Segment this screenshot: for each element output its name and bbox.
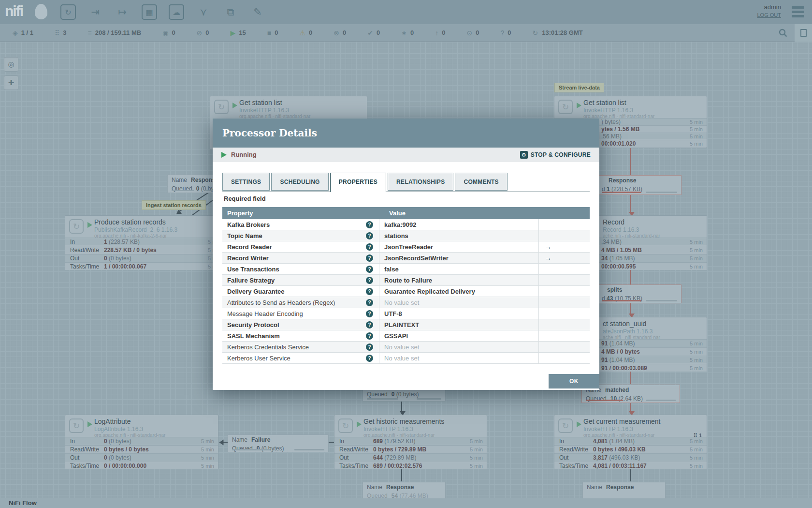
property-row: SASL Mechanism?GSSAPI <box>222 330 590 342</box>
property-value-cell[interactable]: PLAINTEXT <box>379 319 539 330</box>
processor-icon[interactable]: ↻ <box>60 4 76 20</box>
property-value-cell[interactable]: stations <box>379 230 539 241</box>
transmitting-count: ◉0 <box>162 29 175 37</box>
help-icon[interactable]: ? <box>366 332 373 340</box>
property-goto-cell <box>539 342 580 352</box>
connection-label-failure[interactable]: NameFailureQueued0 (0 bytes) <box>228 434 329 452</box>
property-value-cell[interactable]: kafka:9092 <box>379 219 539 230</box>
canvas-label-ingest-station-records[interactable]: Ingest station records <box>142 200 206 210</box>
flow-settings-button[interactable] <box>795 24 812 42</box>
property-value-cell[interactable]: Route to Failure <box>379 275 539 285</box>
processor-icon: ↻ <box>558 100 573 114</box>
dialog-title: Processor Details <box>213 119 599 148</box>
connection-queued-row: Queued10 (2.64 KB) <box>582 394 680 403</box>
document-icon <box>800 29 807 37</box>
flow-status-bar: ◈1 / 1⠿3≡208 / 159.11 MB◉0⊘0▶15■0⚠0⊗0✔0∗… <box>0 24 812 42</box>
search-button[interactable] <box>774 24 792 42</box>
connection-line <box>630 469 631 481</box>
breadcrumb[interactable]: NiFi Flow <box>9 498 37 508</box>
queue-count-bar <box>646 300 677 301</box>
property-goto-cell[interactable]: → <box>539 241 580 252</box>
label-icon[interactable]: ✎ <box>250 4 265 20</box>
sync-failure-count: ?0 <box>500 29 511 37</box>
processor-get-historic-measurements[interactable]: ↻Get historic measurementsInvokeHTTP 1.1… <box>334 415 487 469</box>
help-icon[interactable]: ? <box>366 266 373 273</box>
property-name-cell: Security Protocol? <box>222 319 379 330</box>
connection-arrowhead <box>219 440 224 446</box>
output-port-icon[interactable]: ↦ <box>115 4 130 20</box>
run-indicator-icon <box>357 421 362 427</box>
processor-details-dialog: Processor Details Running ⚙ STOP & CONFI… <box>213 119 599 390</box>
component-toolbar: ↻⇥↦▦☁⋎⧉✎ <box>60 4 265 20</box>
property-value-cell[interactable]: UTF-8 <box>379 308 539 319</box>
help-icon[interactable]: ? <box>366 277 373 284</box>
property-row: Attributes to Send as Headers (Regex)?No… <box>222 297 590 308</box>
birdseye-button[interactable]: ◎ <box>4 57 18 72</box>
locally-modified-count: ∗0 <box>401 29 414 37</box>
help-icon[interactable]: ? <box>366 310 373 317</box>
global-menu-icon[interactable] <box>792 6 804 19</box>
processor-produce-station-records[interactable]: ↻Produce station recordsPublishKafkaReco… <box>65 215 225 270</box>
tab-relationships[interactable]: RELATIONSHIPS <box>388 173 453 191</box>
processor-get-current-measurement[interactable]: ↻Get current measurementInvokeHTTP 1.16.… <box>554 415 707 469</box>
help-icon[interactable]: ? <box>366 254 373 262</box>
dialog-header: Processor Details <box>213 119 599 148</box>
property-value-cell[interactable]: false <box>379 264 539 274</box>
tab-scheduling[interactable]: SCHEDULING <box>271 173 328 191</box>
invalid-count: ⚠0 <box>300 29 313 37</box>
input-port-icon[interactable]: ⇥ <box>87 4 103 20</box>
property-goto-cell <box>539 286 580 297</box>
queue-size-bar <box>367 398 398 400</box>
help-icon[interactable]: ? <box>366 321 373 329</box>
property-goto-cell <box>539 353 580 363</box>
help-icon[interactable]: ? <box>366 355 373 362</box>
processor-stat-row: Out3,817 (496.03 KB)5 min <box>554 453 707 461</box>
running-status-icon <box>221 152 227 158</box>
help-icon[interactable]: ? <box>366 232 373 239</box>
help-icon[interactable]: ? <box>366 243 373 251</box>
processor-name: ct station_uuid <box>603 320 646 328</box>
processor-icon: ↻ <box>214 100 229 114</box>
processor-log-attribute[interactable]: ↻LogAttributeLogAttribute 1.16.3org.apac… <box>65 415 218 469</box>
running-count: ▶15 <box>231 29 246 37</box>
processor-name: Get current measurement <box>583 418 661 425</box>
help-icon[interactable]: ? <box>366 221 373 228</box>
property-value-cell[interactable]: GSSAPI <box>379 330 539 341</box>
help-icon[interactable]: ? <box>366 344 373 351</box>
locally-modified-stale-count: ⊙0 <box>466 29 479 37</box>
processor-stat-row: In0 (0 bytes)5 min <box>65 437 218 445</box>
processor-stat-row: Tasks/Time1 / 00:00:00.0675 min <box>65 262 225 270</box>
pan-button[interactable]: ✚ <box>4 75 18 90</box>
ok-button[interactable]: OK <box>549 374 599 388</box>
property-value-cell[interactable]: JsonTreeReader <box>379 241 539 252</box>
property-row: Use Transactions?false <box>222 264 590 275</box>
property-value-cell[interactable]: No value set <box>379 342 539 352</box>
help-icon[interactable]: ? <box>366 288 373 295</box>
property-name-cell: Record Reader? <box>222 241 379 252</box>
refresh-status[interactable]: ↻ 13:01:28 GMT <box>532 29 582 37</box>
canvas-label-stream-live-data[interactable]: Stream live-data <box>554 83 604 92</box>
tab-properties[interactable]: PROPERTIES <box>330 173 386 192</box>
property-value-cell[interactable]: No value set <box>379 353 539 363</box>
property-goto-cell[interactable]: → <box>539 253 580 263</box>
property-name-cell: Message Header Encoding? <box>222 308 379 319</box>
processor-stat-row: Read/Write0 bytes / 496.03 KB5 min <box>554 445 707 453</box>
tab-settings[interactable]: SETTINGS <box>222 173 270 191</box>
process-group-icon[interactable]: ▦ <box>142 4 157 20</box>
property-value-cell[interactable]: No value set <box>379 297 539 308</box>
connection-name-row: NameResponse <box>583 483 665 492</box>
property-name-cell: Kafka Brokers? <box>222 219 379 230</box>
property-goto-cell <box>539 297 580 308</box>
property-value-cell[interactable]: Guarantee Replicated Delivery <box>379 286 539 297</box>
funnel-icon[interactable]: ⋎ <box>196 4 211 20</box>
stop-and-configure-button[interactable]: ⚙ STOP & CONFIGURE <box>520 148 591 162</box>
template-icon[interactable]: ⧉ <box>223 4 238 20</box>
remote-process-group-icon[interactable]: ☁ <box>169 4 184 20</box>
properties-table: Property Value Kafka Brokers?kafka:9092T… <box>222 207 590 365</box>
help-icon[interactable]: ? <box>366 299 373 306</box>
logout-link[interactable]: LOG OUT <box>757 12 781 18</box>
tab-comments[interactable]: COMMENTS <box>455 173 507 191</box>
property-value-cell[interactable]: JsonRecordSetWriter <box>379 253 539 263</box>
processor-name: Get station list <box>583 99 626 106</box>
current-user: admin <box>757 3 781 11</box>
